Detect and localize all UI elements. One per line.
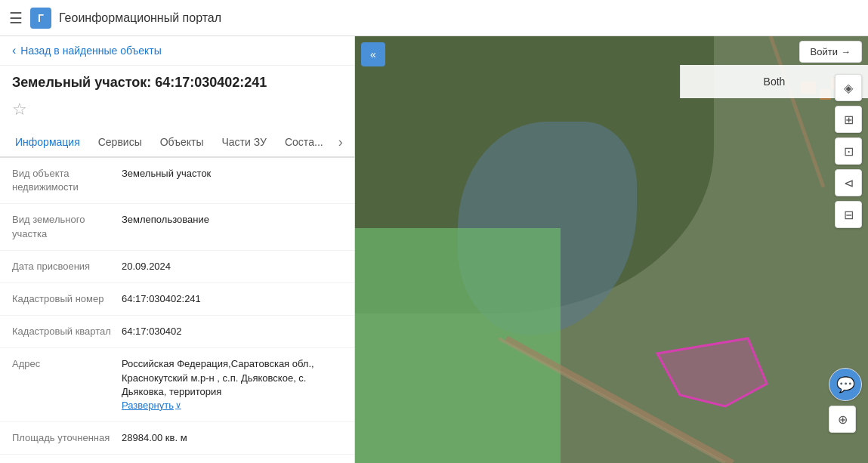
app-title: Геоинформационный портал — [59, 11, 221, 25]
compass-button[interactable]: ⊕ — [829, 406, 856, 433]
share-button[interactable]: ⊲ — [835, 169, 862, 196]
share-icon: ⊲ — [844, 176, 854, 190]
back-link[interactable]: ‹ Назад в найденные объекты — [0, 36, 354, 66]
info-table: Вид объекта недвижимости Земельный участ… — [0, 158, 354, 455]
tab-objects[interactable]: Объекты — [151, 128, 213, 158]
map-collapse-button[interactable]: « — [361, 42, 385, 66]
field-value-cadastral-quarter: 64:17:030402 — [122, 325, 342, 338]
expand-address-link[interactable]: Развернуть ∨ — [122, 399, 181, 412]
chat-button[interactable]: 💬 — [829, 368, 862, 401]
field-value-cadastral-number: 64:17:030402:241 — [122, 292, 342, 306]
table-row: Дата присвоения 20.09.2024 — [0, 251, 354, 283]
table-row: Вид объекта недвижимости Земельный участ… — [0, 158, 354, 204]
map-svg-overlay — [355, 36, 868, 463]
compass-icon: ⊕ — [838, 412, 848, 427]
chat-icon: 💬 — [836, 375, 855, 394]
back-arrow-icon: ‹ — [12, 44, 16, 57]
tab-more-icon[interactable]: › — [332, 128, 349, 156]
back-label: Назад в найденные объекты — [20, 45, 161, 57]
field-label-cadastral-quarter: Кадастровый квартал — [12, 325, 122, 338]
field-value-land-type: Землепользование — [122, 213, 342, 227]
field-value-date: 20.09.2024 — [122, 260, 342, 273]
app-logo: Г — [30, 8, 51, 29]
area-measure-button[interactable]: ⊡ — [835, 137, 862, 165]
field-label-cadastral-number: Кадастровый номер — [12, 292, 122, 306]
layers-icon: ◈ — [844, 81, 853, 95]
login-label: Войти — [811, 46, 838, 57]
field-value-area: 28984.00 кв. м — [122, 431, 342, 445]
table-row: Вид земельного участка Землепользование — [0, 204, 354, 250]
ruler-icon: ⊞ — [844, 113, 854, 127]
table-row: Кадастровый номер 64:17:030402:241 — [0, 283, 354, 316]
field-value-address: Российская Федерация,Саратовская обл., К… — [122, 357, 342, 412]
map-toolbar-top: « Войти → — [355, 36, 868, 67]
field-label-land-type: Вид земельного участка — [12, 213, 122, 240]
tab-composition[interactable]: Состa... — [276, 128, 332, 158]
tabs-bar: Информация Сервисы Объекты Части ЗУ Сост… — [0, 128, 354, 158]
print-icon: ⊟ — [844, 208, 854, 222]
map-canvas[interactable]: Both « Войти → ◈ ⊞ ⊡ — [355, 36, 868, 463]
field-value-type: Земельный участок — [122, 167, 342, 181]
table-row: Адрес Российская Федерация,Саратовская о… — [0, 348, 354, 422]
field-label-date: Дата присвоения — [12, 260, 122, 273]
map-toolbar-bottom-right: 💬 ⊕ — [829, 368, 862, 433]
field-label-area: Площадь уточненная — [12, 431, 122, 445]
expand-arrow-icon: ∨ — [175, 400, 181, 411]
table-row: Кадастровый квартал 64:17:030402 — [0, 316, 354, 348]
svg-marker-3 — [657, 338, 767, 406]
map-toolbar-right: ◈ ⊞ ⊡ ⊲ ⊟ — [835, 74, 862, 228]
ruler-button[interactable]: ⊞ — [835, 106, 862, 133]
object-title: Земельный участок: 64:17:030402:241 — [0, 66, 354, 97]
field-label-address: Адрес — [12, 357, 122, 371]
login-arrow-icon: → — [841, 46, 851, 57]
favorite-star[interactable]: ☆ — [0, 97, 354, 128]
tab-parts[interactable]: Части ЗУ — [212, 128, 275, 158]
tab-information[interactable]: Информация — [6, 128, 89, 158]
left-panel: ‹ Назад в найденные объекты Земельный уч… — [0, 36, 355, 463]
field-label-type: Вид объекта недвижимости — [12, 167, 122, 194]
print-button[interactable]: ⊟ — [835, 201, 862, 228]
right-panel[interactable]: Both « Войти → ◈ ⊞ ⊡ — [355, 36, 868, 463]
login-button[interactable]: Войти → — [799, 41, 862, 63]
top-bar: ☰ Г Геоинформационный портал — [0, 0, 868, 36]
table-row: Площадь уточненная 28984.00 кв. м — [0, 422, 354, 455]
menu-icon[interactable]: ☰ — [9, 9, 23, 27]
tab-services[interactable]: Сервисы — [89, 128, 151, 158]
area-icon: ⊡ — [844, 144, 854, 159]
main-content: ‹ Назад в найденные объекты Земельный уч… — [0, 36, 868, 463]
layers-button[interactable]: ◈ — [835, 74, 862, 101]
